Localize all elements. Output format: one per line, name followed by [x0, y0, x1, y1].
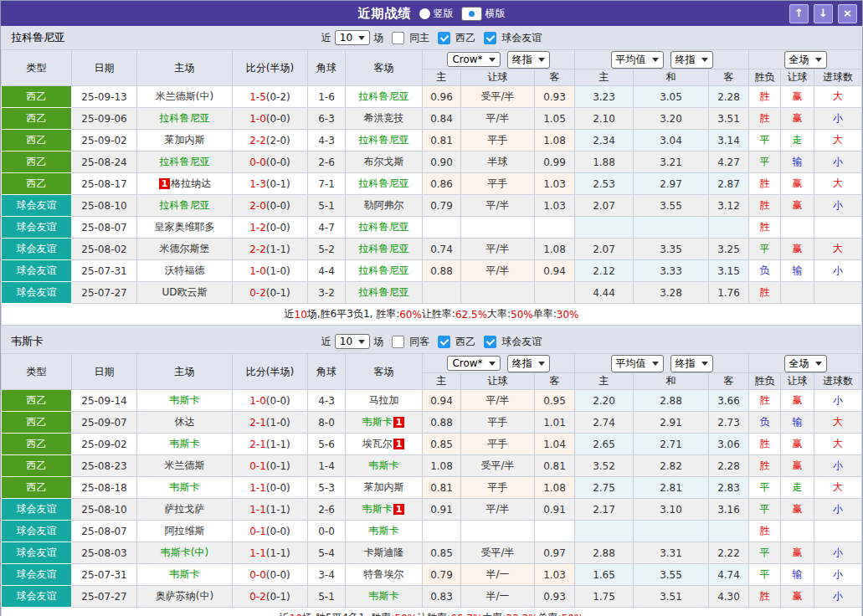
away-team-name: 韦斯卡: [362, 503, 393, 515]
home-team-cell: UD欧云斯: [137, 282, 233, 304]
home-team-cell: 休达: [137, 412, 233, 434]
checkbox-same-away[interactable]: [392, 336, 404, 348]
away-team-name: 马拉加: [369, 394, 399, 406]
match-type-badge: 球会友谊: [2, 239, 72, 260]
match-row: 西乙25-09-07休达2-1(1-0)8-0韦斯卡10.88平手1.012.7…: [2, 412, 862, 434]
table-header-group-row: 类型 日期 主场 比分(半场) 角球 客场 Crow* 终指: [2, 354, 862, 373]
layout-horizontal-option[interactable]: 横版: [461, 7, 506, 21]
avg-stage-select[interactable]: 终指: [670, 355, 713, 372]
sub-goals: 进球数: [814, 69, 862, 86]
section-filter-bar: 拉科鲁尼亚 近 10 场 同主 西乙 球会友谊: [1, 26, 862, 49]
avg-odds-cell: 2.73: [709, 412, 749, 434]
summary-segment: 让胜率:: [417, 611, 450, 616]
result-cell: 小: [814, 542, 862, 564]
odds-stage-select[interactable]: 终指: [507, 355, 550, 372]
red-card-badge: 1: [393, 439, 405, 449]
odds-cell: 0.93: [535, 586, 575, 608]
result-cell: 负: [749, 412, 781, 434]
average-select[interactable]: 平均值: [611, 355, 664, 372]
result-cell: 小: [814, 151, 862, 173]
avg-odds-cell: 2.53: [575, 173, 634, 195]
fulltime-score: 2-2: [249, 244, 266, 255]
result-cell: 胜: [749, 586, 781, 608]
corner-cell: 4-3: [308, 390, 346, 412]
summary-segment: 30%: [557, 309, 579, 321]
home-team-name: 拉科鲁尼亚: [160, 156, 210, 167]
avg-odds-cell: 2.75: [575, 477, 634, 499]
halftime-score: (0-0): [266, 569, 290, 581]
home-team-cell: 韦斯卡: [137, 477, 233, 499]
up-arrow-icon[interactable]: ↑: [789, 4, 809, 23]
match-row: 西乙25-08-18韦斯卡1-1(0-0)5-3莱加内斯0.81平手1.082.…: [2, 477, 862, 499]
match-date: 25-08-03: [72, 542, 137, 564]
result-cell: 平: [749, 499, 781, 521]
average-select[interactable]: 平均值: [611, 51, 664, 69]
close-icon[interactable]: ×: [838, 4, 857, 23]
avg-odds-cell: 2.88: [575, 542, 634, 564]
score-cell: 0-0(0-0): [233, 151, 308, 173]
filter-controls: 近 10 场 同客 西乙 球会友谊: [321, 334, 542, 349]
avg-odds-cell: 3.55: [634, 564, 709, 586]
checkbox-label: 球会友谊: [501, 31, 542, 45]
result-cell: 走: [781, 130, 814, 151]
odds-cell: 0.91: [535, 499, 575, 521]
checkbox-friendly[interactable]: [484, 32, 496, 44]
fulltime-score: 0-2: [249, 591, 266, 603]
layout-vertical-label: 竖版: [434, 7, 454, 21]
match-count-select[interactable]: 10: [335, 30, 370, 45]
bookmaker-select[interactable]: Crow*: [447, 356, 500, 371]
score-cell: 0-2(0-1): [233, 282, 308, 304]
radio-unselected-icon[interactable]: [419, 8, 430, 19]
corner-cell: 3-4: [308, 564, 346, 586]
result-cell: 平: [749, 477, 781, 499]
match-count-select[interactable]: 10: [335, 334, 370, 349]
layout-vertical-option[interactable]: 竖版: [419, 7, 454, 21]
result-cell: 赢: [781, 173, 814, 195]
match-row: 西乙25-09-13米兰德斯(中)1-5(0-2)1-6拉科鲁尼亚0.96受平/…: [2, 86, 862, 108]
avg-group-header: 平均值 终指: [575, 354, 749, 373]
down-arrow-icon[interactable]: ↓: [814, 4, 833, 23]
odds-cell: 0.99: [535, 151, 575, 173]
fulltime-score: 1-5: [249, 91, 266, 103]
odds-cell: 1.05: [535, 108, 575, 130]
checkbox-league[interactable]: [438, 336, 450, 348]
odds-cell: 0.81: [423, 477, 461, 499]
checkbox-friendly[interactable]: [484, 336, 496, 348]
avg-odds-cell: 2.71: [634, 434, 709, 455]
avg-stage-select[interactable]: 终指: [670, 51, 713, 69]
odds-stage-select[interactable]: 终指: [507, 51, 550, 69]
away-team-name: 拉科鲁尼亚: [359, 243, 409, 254]
match-count-value: 10: [340, 32, 352, 44]
corner-cell: 5-6: [308, 434, 346, 455]
period-select[interactable]: 全场: [784, 51, 827, 69]
period-select[interactable]: 全场: [784, 355, 827, 372]
avg-odds-cell: 2.28: [709, 455, 749, 477]
home-team-name: 莱加内斯: [165, 134, 205, 146]
bookmaker-select[interactable]: Crow*: [447, 52, 500, 67]
away-team-cell: 拉科鲁尼亚: [346, 239, 423, 260]
summary-segment: 单率:: [533, 307, 557, 321]
radio-selected-icon[interactable]: [461, 7, 482, 21]
halftime-score: (1-1): [266, 504, 290, 516]
col-home: 主场: [137, 354, 233, 390]
match-date: 25-08-17: [72, 173, 137, 195]
match-type-badge: 西乙: [2, 434, 72, 455]
corner-cell: 4-3: [308, 130, 346, 151]
checkbox-league[interactable]: [438, 32, 450, 44]
odds-cell: 1.08: [535, 130, 575, 151]
match-date: 25-08-07: [72, 217, 137, 239]
summary-segment: 近: [280, 611, 290, 616]
halftime-score: (0-0): [266, 222, 290, 234]
match-row: 球会友谊25-07-31沃特福德1-0(1-0)4-4拉科鲁尼亚0.88平/半0…: [2, 260, 862, 282]
fulltime-score: 1-1: [249, 504, 266, 516]
away-team-cell: 拉科鲁尼亚: [346, 130, 423, 151]
fulltime-score: 0-1: [249, 526, 266, 537]
odds-cell: 1.01: [535, 412, 575, 434]
checkbox-same-home[interactable]: [392, 32, 404, 44]
col-type: 类型: [2, 354, 72, 390]
result-cell: 小: [814, 108, 862, 130]
match-type-badge: 西乙: [2, 108, 72, 130]
away-team-name: 韦斯卡: [369, 590, 399, 602]
fulltime-score: 1-1: [249, 482, 266, 494]
results-table: 类型 日期 主场 比分(半场) 角球 客场 Crow* 终指: [1, 49, 862, 304]
